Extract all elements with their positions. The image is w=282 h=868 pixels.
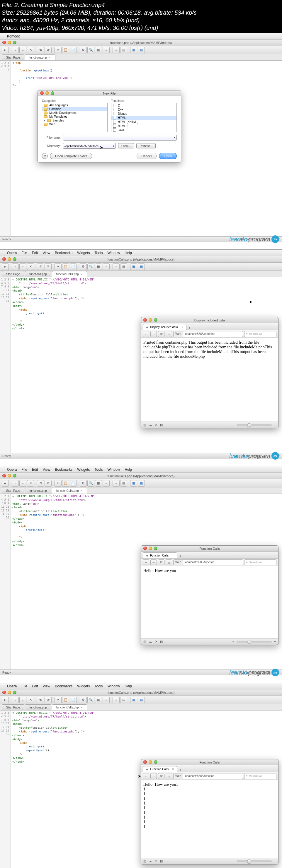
zoom-icon[interactable] (13, 474, 17, 477)
minimize-icon[interactable] (149, 318, 152, 322)
url-input[interactable]: Web localhost:8888/containe (173, 331, 243, 337)
zoom-out-icon[interactable]: − (232, 860, 234, 863)
tb-btn[interactable]: ▦ (130, 264, 137, 270)
view-icon[interactable]: ◧ (160, 423, 163, 427)
list-item[interactable]: HTML 5 (111, 124, 176, 128)
tb-btn[interactable]: ▸ (2, 697, 9, 703)
list-item[interactable]: My Templates (42, 115, 107, 119)
list-item[interactable]: Web (42, 122, 107, 126)
zoom-icon[interactable] (51, 91, 54, 95)
menu-bookmarks[interactable]: Bookmarks (55, 684, 73, 688)
close-icon[interactable] (2, 257, 6, 261)
menu-edit[interactable]: Edit (32, 684, 38, 688)
menu-view[interactable]: View (43, 684, 50, 688)
tb-btn[interactable]: ▦ (138, 480, 145, 487)
tb-btn[interactable]: ▫ (19, 47, 26, 53)
search-input[interactable]: ✦Search wit (244, 559, 276, 565)
tb-btn[interactable]: ▫ (113, 480, 120, 487)
zoom-slider[interactable] (236, 641, 272, 643)
forward-icon[interactable]: → (150, 773, 157, 779)
tb-btn[interactable]: ▤ (120, 264, 127, 270)
close-icon[interactable] (2, 474, 6, 477)
panel-icon[interactable]: ▥ (143, 860, 146, 863)
tb-paste-icon[interactable]: 📄 (70, 264, 77, 270)
tb-btn[interactable]: ⚙ (80, 47, 87, 53)
tb-btn[interactable]: ▦ (138, 697, 145, 703)
tb-copy-icon[interactable]: 📋 (62, 480, 69, 487)
back-icon[interactable]: ← (143, 773, 149, 779)
menu-edit[interactable]: Edit (32, 467, 38, 472)
tab-close-icon[interactable]: ✕ (80, 273, 83, 276)
tb-btn[interactable]: ▫ (103, 264, 110, 270)
minimize-icon[interactable] (8, 257, 11, 261)
tb-btn[interactable]: ▫ (113, 47, 120, 53)
tb-btn[interactable]: 🔍 (87, 264, 94, 270)
tb-btn[interactable]: ▤ (120, 697, 127, 703)
list-item[interactable]: C++ (111, 107, 176, 112)
minimize-icon[interactable] (8, 691, 11, 694)
tb-undo-icon[interactable]: ⟲ (37, 697, 44, 703)
search-input[interactable]: ✦Search wit (244, 331, 276, 337)
tb-copy-icon[interactable]: 📋 (62, 697, 69, 703)
tb-btn[interactable]: ▦ (95, 480, 102, 487)
tab-start-page[interactable]: Start Page (2, 271, 24, 277)
zoom-in-icon[interactable]: + (274, 860, 276, 863)
home-icon[interactable]: ⌂ (166, 559, 172, 565)
tab-functions-php[interactable]: functions.php (25, 488, 51, 494)
tb-btn[interactable]: ▦ (95, 697, 102, 703)
new-tab-icon[interactable]: ＋ (177, 768, 184, 772)
zoom-slider[interactable] (236, 860, 272, 862)
menu-file[interactable]: File (21, 467, 27, 472)
zoom-icon[interactable] (154, 547, 158, 550)
tb-btn[interactable]: ▦ (95, 264, 102, 270)
tb-btn[interactable]: ✕ (27, 264, 34, 270)
tb-btn[interactable]: ⚙ (80, 480, 87, 487)
tb-btn[interactable]: ▦ (138, 264, 145, 270)
turbo-icon[interactable]: ⟳ (155, 860, 157, 863)
tb-undo-icon[interactable]: ⟲ (37, 47, 44, 53)
search-input[interactable]: ✦Search wit (244, 773, 276, 779)
tb-btn[interactable]: ▫ (19, 264, 26, 270)
tb-paste-icon[interactable]: 📄 (70, 47, 77, 53)
menu-view[interactable]: View (43, 251, 50, 255)
zoom-icon[interactable] (13, 41, 17, 44)
zoom-icon[interactable] (13, 257, 17, 261)
close-icon[interactable] (2, 41, 6, 44)
tab-functioncalls-php[interactable]: functionCalls.php✕ (52, 704, 87, 710)
close-icon[interactable] (2, 691, 6, 694)
tb-btn[interactable]: ▦ (130, 480, 137, 487)
menu-widgets[interactable]: Widgets (77, 251, 90, 255)
panel-icon[interactable]: ▥ (143, 640, 146, 643)
tb-btn[interactable]: ▫ (12, 264, 19, 270)
menu-tools[interactable]: Tools (95, 684, 103, 688)
list-item[interactable]: Django (111, 112, 176, 116)
list-item[interactable]: All Languages (42, 103, 107, 107)
menu-help[interactable]: Help (124, 684, 132, 688)
list-item[interactable]: Java (111, 128, 176, 132)
forward-icon[interactable]: → (150, 331, 157, 337)
tab-close-icon[interactable]: ✕ (80, 490, 83, 492)
directory-input[interactable]: /Applications/MAMP/htdocs▾ (63, 143, 116, 149)
minimize-icon[interactable] (149, 760, 152, 764)
tb-paste-icon[interactable]: 📄 (70, 480, 77, 487)
menu-widgets[interactable]: Widgets (77, 684, 90, 688)
tb-btn[interactable]: ⚙ (80, 697, 87, 703)
tb-btn[interactable]: ▸ (2, 47, 9, 53)
url-input[interactable]: Weblocalhost:8888/function (173, 559, 243, 565)
tab-start-page[interactable]: Start Page (2, 55, 24, 60)
tb-btn[interactable]: ✕ (27, 480, 34, 487)
app-menu-komodo[interactable]: Komodo (7, 34, 20, 38)
remote-button[interactable]: Remote... (136, 143, 156, 148)
tab-functioncalls-php[interactable]: functionCalls.php✕ (52, 271, 87, 277)
menu-file[interactable]: File (21, 251, 27, 255)
tab-close-icon[interactable]: ✕ (49, 56, 51, 59)
templates-list[interactable]: C C++ Django HTML HTML (XHTML) HTML 5 Ja… (111, 103, 177, 132)
tb-redo-icon[interactable]: ⟳ (45, 697, 52, 703)
turbo-icon[interactable]: ⟳ (155, 640, 157, 643)
tb-btn[interactable]: 🔍 (87, 480, 94, 487)
filename-input[interactable]: ▾ (63, 135, 177, 141)
url-input[interactable]: Weblocalhost:8888/function (173, 773, 243, 779)
home-icon[interactable]: ⌂ (166, 773, 172, 779)
zoom-icon[interactable] (13, 691, 17, 694)
forward-icon[interactable]: → (150, 559, 157, 565)
